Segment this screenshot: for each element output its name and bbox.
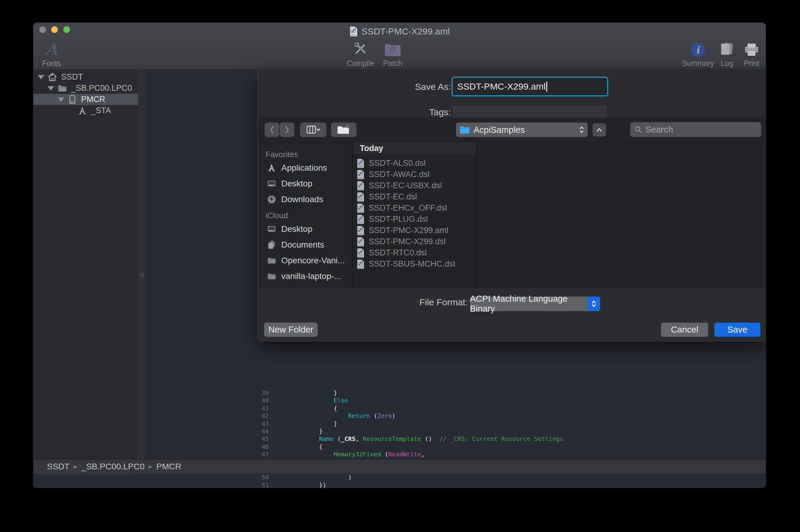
document-icon: DSL <box>357 259 365 269</box>
sidebar-item-vanilla-laptop[interactable]: vanilla-laptop-... <box>258 268 352 284</box>
file-name: SSDT-AWAC.dsl <box>369 170 430 179</box>
sidebar-item-applications[interactable]: Applications <box>258 160 352 176</box>
file-row-ssdt-ec-dsl[interactable]: DSLSSDT-EC.dsl <box>353 191 476 203</box>
code-line: 43 } <box>257 420 766 428</box>
tree-item-sta[interactable]: _STA <box>33 105 138 116</box>
file-row-ssdt-awac-dsl[interactable]: DSLSSDT-AWAC.dsl <box>353 169 476 180</box>
line-number: 43 <box>257 420 272 428</box>
sidebar-item-label: vanilla-laptop-... <box>281 271 341 281</box>
pane-splitter[interactable] <box>138 69 146 474</box>
svg-text:DSL: DSL <box>359 188 362 190</box>
file-row-ssdt-ehcx-off-dsl[interactable]: DSLSSDT-EHCx_OFF.dsl <box>353 203 476 214</box>
fonts-icon: A <box>45 40 58 57</box>
patch-folder-gear-icon <box>384 40 401 57</box>
view-mode-button[interactable] <box>300 122 327 137</box>
sidebar-item-label: Documents <box>281 240 324 250</box>
file-row-ssdt-rtc0-dsl[interactable]: DSLSSDT-RTC0.dsl <box>353 247 476 259</box>
breadcrumb-pmcr[interactable]: PMCR <box>156 462 181 472</box>
folder-icon <box>267 271 277 281</box>
svg-text:DSL: DSL <box>359 211 362 212</box>
save-as-input[interactable]: SSDT-PMC-X299.aml <box>453 78 607 95</box>
line-number: 44 <box>257 428 272 435</box>
sidebar-item-opencore-vani[interactable]: Opencore-Vani... <box>258 253 352 268</box>
blue-folder-icon <box>460 126 470 134</box>
sidebar-item-label: Applications <box>281 163 327 173</box>
file-name: SSDT-EHCx_OFF.dsl <box>369 203 447 213</box>
disclosure-triangle-icon[interactable] <box>38 75 44 79</box>
sidebar-tree: SSDT_SB.PC00.LPC0PMCR_STA <box>33 71 138 116</box>
sidebar-item-desktop[interactable]: Desktop <box>258 221 352 237</box>
search-icon <box>634 126 642 133</box>
tree-item-pmcr[interactable]: PMCR <box>33 94 138 105</box>
sidebar-item-downloads[interactable]: Downloads <box>258 192 352 207</box>
tree-item-label: SSDT <box>61 72 83 82</box>
disclosure-triangle-icon[interactable] <box>48 86 54 91</box>
svg-text:DSL: DSL <box>359 255 362 257</box>
status-bar: SSDT▸_SB.PC00.LPC0▸PMCR <box>33 459 766 474</box>
toolbar-summary-button[interactable]: i Summary <box>680 40 716 68</box>
tags-input[interactable] <box>453 106 607 119</box>
tree-item-sb-pc00-lpc0[interactable]: _SB.PC00.LPC0 <box>33 82 138 94</box>
file-row-ssdt-pmc-x299-aml[interactable]: AMLSSDT-PMC-X299.aml <box>353 225 476 236</box>
columns-view-icon <box>306 126 321 134</box>
document-icon: DSL <box>357 214 365 224</box>
file-row-ssdt-ec-usbx-dsl[interactable]: DSLSSDT-EC-USBX.dsl <box>353 180 476 191</box>
svg-text:DSL: DSL <box>359 244 362 246</box>
svg-text:DSL: DSL <box>359 200 362 201</box>
sidebar-item-documents[interactable]: Documents <box>258 237 352 253</box>
file-row-ssdt-sbus-mchc-dsl[interactable]: DSLSSDT-SBUS-MCHC.dsl <box>353 259 476 270</box>
title-bar: AML SSDT-PMC-X299.aml <box>33 23 766 40</box>
toolbar-patch-button[interactable]: Patch <box>380 40 405 68</box>
search-input[interactable]: Search <box>630 122 761 137</box>
location-popup[interactable]: AcpiSamples <box>456 122 588 137</box>
window-content: SSDT_SB.PC00.LPC0PMCR_STA Filter Tree 39… <box>33 69 766 474</box>
document-icon: DSL <box>357 192 365 202</box>
document-icon: DSL <box>357 203 365 213</box>
file-row-ssdt-pmc-x299-dsl[interactable]: DSLSSDT-PMC-X299.dsl <box>353 236 476 247</box>
sidebar-item-desktop[interactable]: Desktop <box>258 176 352 192</box>
new-folder-button[interactable]: New Folder <box>264 323 318 337</box>
file-group-header: Today <box>353 142 476 155</box>
favorites-sidebar: FavoritesApplicationsDesktopDownloadsiCl… <box>258 142 352 288</box>
svg-text:DSL: DSL <box>359 222 362 223</box>
code-line: 40 Else <box>257 397 766 404</box>
sidebar-item-label: Desktop <box>281 224 313 234</box>
disclosure-triangle-icon[interactable] <box>58 97 64 102</box>
toolbar-log-button[interactable]: Log <box>717 40 737 68</box>
toolbar-print-button[interactable]: Print <box>740 40 764 68</box>
file-row-ssdt-als0-dsl[interactable]: DSLSSDT-ALS0.dsl <box>353 158 476 169</box>
new-folder-toolbar-button[interactable] <box>331 122 356 137</box>
file-row-ssdt-plug-dsl[interactable]: DSLSSDT-PLUG.dsl <box>353 214 476 225</box>
toolbar-compile-button[interactable]: Compile <box>341 40 379 68</box>
save-dialog-sheet: Save As: SSDT-PMC-X299.aml Tags: <box>257 69 766 341</box>
file-name: SSDT-RTC0.dsl <box>369 248 427 258</box>
code-line: 50 ) <box>257 474 766 481</box>
forward-button[interactable] <box>280 122 294 137</box>
dialog-buttons-row: New Folder Cancel Save <box>258 315 766 341</box>
tree-item-ssdt[interactable]: SSDT <box>33 71 138 82</box>
save-button[interactable]: Save <box>714 323 760 337</box>
documents-icon <box>267 240 277 250</box>
log-pages-icon <box>720 40 734 57</box>
breadcrumb-ssdt[interactable]: SSDT <box>47 462 70 472</box>
cancel-button[interactable]: Cancel <box>661 323 708 337</box>
breadcrumb-separator-icon: ▸ <box>149 463 152 471</box>
file-name: SSDT-PLUG.dsl <box>369 214 428 224</box>
folder-icon <box>267 256 277 265</box>
printer-icon <box>744 40 759 57</box>
house-icon <box>47 72 58 82</box>
sidebar-item-label: Downloads <box>281 195 323 204</box>
code-line: 47 Memory32Fixed (ReadWrite, <box>257 451 766 458</box>
line-number: 51 <box>257 481 272 488</box>
breadcrumb-sb-pc00-lpc0[interactable]: _SB.PC00.LPC0 <box>81 462 145 472</box>
parent-folder-button[interactable] <box>593 123 606 136</box>
device-icon <box>67 94 77 105</box>
document-icon: DSL <box>357 158 365 168</box>
toolbar-fonts-button[interactable]: A Fonts <box>37 40 66 68</box>
back-button[interactable] <box>265 122 279 137</box>
tree-item-label: PMCR <box>81 95 105 104</box>
file-format-popup[interactable]: ACPI Machine Language Binary <box>470 297 600 311</box>
file-format-section: File Format: ACPI Machine Language Binar… <box>258 288 766 315</box>
file-format-value: ACPI Machine Language Binary <box>470 294 589 314</box>
splitter-handle-icon <box>139 272 145 278</box>
